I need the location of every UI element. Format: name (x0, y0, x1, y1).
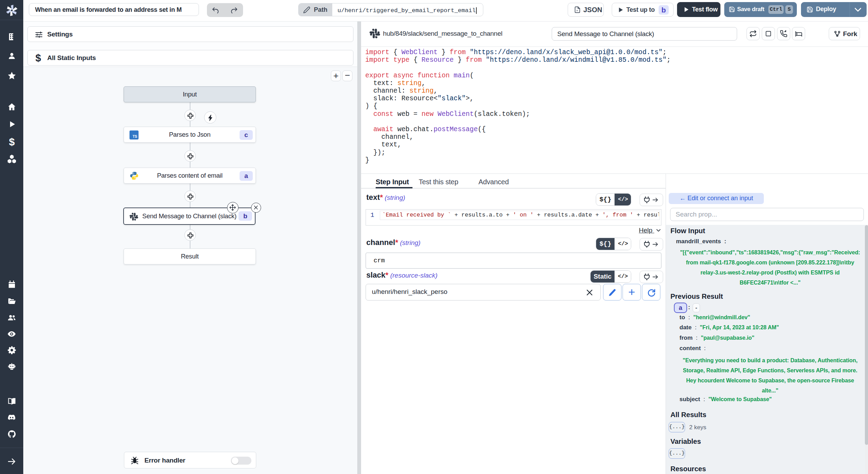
svg-text:TS: TS (133, 135, 137, 138)
